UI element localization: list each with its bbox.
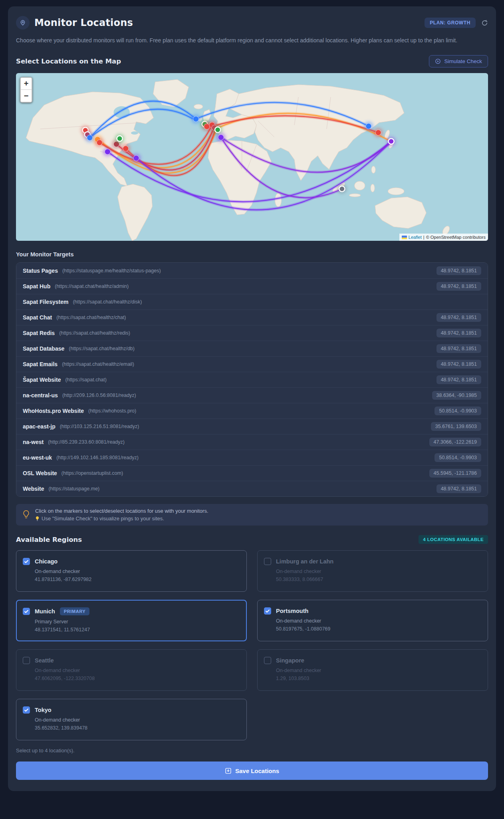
region-checkbox[interactable] <box>23 706 30 714</box>
target-coords-badge: 48.9742, 8.1851 <box>437 484 481 493</box>
target-row: Sapat Emails (https://sapat.chat/healthz… <box>16 356 488 372</box>
save-locations-button[interactable]: Save Locations <box>16 761 488 780</box>
world-map[interactable]: + − Leaflet | © OpenStreetMap contributo… <box>16 73 488 241</box>
target-url: (https://sapat.chat/healthz/disk) <box>73 299 142 305</box>
target-coords-badge: 38.6364, -90.1985 <box>432 391 481 400</box>
target-row: Sapat Hub (https://sapat.chat/healthz/ad… <box>16 278 488 294</box>
region-card[interactable]: Seattle On-demand checker 47.6062095, -1… <box>16 649 247 691</box>
map-marker[interactable] <box>193 116 199 122</box>
region-subtitle: On-demand checker <box>35 569 240 574</box>
target-name: Sapat Database <box>23 345 64 352</box>
target-name: Sapat Redis <box>23 330 55 336</box>
map-marker[interactable] <box>133 155 139 161</box>
target-url: (https://sapat.chat) <box>65 377 107 383</box>
target-name: na-central-us <box>23 392 58 399</box>
target-coords-badge: 48.9742, 8.1851 <box>437 360 481 369</box>
lightbulb-icon <box>22 510 30 520</box>
target-row: Website (https://statuspage.me) 48.9742,… <box>16 481 488 496</box>
target-url: (https://sapat.chat/healthz/redis) <box>59 330 130 336</box>
region-subtitle: Primary Server <box>35 619 240 625</box>
attribution-separator: | <box>423 235 425 240</box>
play-circle-icon <box>435 58 441 64</box>
target-name: apac-east-jp <box>23 423 56 430</box>
map-marker[interactable] <box>117 136 123 141</box>
region-checkbox[interactable] <box>23 558 30 565</box>
map-marker[interactable] <box>366 123 371 129</box>
target-url: (http://85.239.233.60:8081/readyz) <box>48 439 125 445</box>
region-coords: 47.6062095, -122.3320708 <box>35 676 240 681</box>
check-icon <box>24 609 29 614</box>
zoom-out-button[interactable]: − <box>21 90 32 102</box>
map-marker[interactable] <box>87 135 93 141</box>
region-card[interactable]: Tokyo On-demand checker 35.652832, 139.8… <box>16 699 247 740</box>
target-url: (http://209.126.0.56:8081/readyz) <box>62 393 136 398</box>
region-subtitle: On-demand checker <box>276 668 481 673</box>
target-name: Sapat Emails <box>23 361 58 367</box>
page-title: Monitor Locations <box>34 17 425 28</box>
check-icon <box>265 609 270 613</box>
region-card[interactable]: Limburg an der Lahn On-demand checker 50… <box>257 550 488 592</box>
map-marker[interactable] <box>97 140 102 145</box>
map-attribution: Leaflet | © OpenStreetMap contributors <box>399 234 488 241</box>
region-subtitle: On-demand checker <box>276 569 481 574</box>
region-subtitle: On-demand checker <box>35 717 240 723</box>
region-card[interactable]: Singapore On-demand checker 1.29, 103.85… <box>257 649 488 691</box>
target-url: (https://whohosts.pro) <box>88 408 136 414</box>
regions-grid: Chicago On-demand checker 41.8781136, -8… <box>16 550 488 740</box>
map-svg <box>16 73 488 241</box>
simulate-check-button[interactable]: Simulate Check <box>429 55 488 67</box>
map-marker[interactable] <box>215 127 220 133</box>
region-card[interactable]: Munich PRIMARY Primary Server 48.1371541… <box>16 600 247 641</box>
map-marker[interactable] <box>375 130 381 135</box>
header: Monitor Locations PLAN: GROWTH <box>16 16 488 30</box>
target-row: Sapat Filesystem (https://sapat.chat/hea… <box>16 294 488 309</box>
target-row: na-central-us (http://209.126.0.56:8081/… <box>16 387 488 403</box>
target-url: (https://sapat.chat/healthz/admin) <box>55 284 129 289</box>
target-row: eu-west-uk (http://149.102.146.185:8081/… <box>16 450 488 465</box>
region-checkbox[interactable] <box>264 657 271 664</box>
target-row: apac-east-jp (http://103.125.216.51:8081… <box>16 418 488 434</box>
zoom-in-button[interactable]: + <box>21 78 32 90</box>
refresh-icon[interactable] <box>481 20 488 26</box>
region-subtitle: On-demand checker <box>276 618 481 624</box>
save-locations-label: Save Locations <box>235 767 279 774</box>
target-coords-badge: 50.8514, -0.9903 <box>435 453 481 462</box>
monitor-locations-panel: Monitor Locations PLAN: GROWTH Choose wh… <box>8 6 496 791</box>
region-card[interactable]: Chicago On-demand checker 41.8781136, -8… <box>16 550 247 592</box>
region-checkbox[interactable] <box>23 657 30 664</box>
target-coords-badge: 48.9742, 8.1851 <box>437 329 481 337</box>
map-marker[interactable] <box>339 186 345 192</box>
tip-line2: Use "Simulate Check" to visualize pings … <box>42 516 164 522</box>
region-checkbox[interactable] <box>264 607 271 615</box>
target-url: (https://statuspage.me) <box>48 486 99 492</box>
target-name: Website <box>23 486 44 492</box>
map-marker[interactable] <box>388 139 394 144</box>
target-name: Sapat Chat <box>23 314 52 321</box>
map-marker[interactable] <box>105 149 110 155</box>
region-checkbox[interactable] <box>23 608 30 615</box>
target-name: Status Pages <box>23 268 58 274</box>
region-name: Portsmouth <box>276 608 308 614</box>
region-checkbox[interactable] <box>264 558 271 565</box>
target-coords-badge: 48.9742, 8.1851 <box>437 313 481 322</box>
target-name: Sapat Filesystem <box>23 299 68 305</box>
regions-heading: Available Regions <box>16 536 82 543</box>
region-name: Tokyo <box>35 707 52 713</box>
leaflet-link[interactable]: Leaflet <box>409 235 422 240</box>
target-url: (https://statuspage.me/healthz/status-pa… <box>62 268 161 274</box>
check-icon <box>24 708 29 712</box>
target-name: OSL Website <box>23 470 57 476</box>
target-coords-badge: 47.3066, -122.2619 <box>429 438 481 446</box>
targets-heading: Your Monitor Targets <box>16 251 488 258</box>
map-marker[interactable] <box>218 135 224 140</box>
target-url: (https://sapat.chat/healthz/chat) <box>56 315 126 320</box>
target-coords-badge: 48.9742, 8.1851 <box>437 375 481 384</box>
target-row: Šapat Website (https://sapat.chat) 48.97… <box>16 372 488 387</box>
region-name: Limburg an der Lahn <box>276 558 333 565</box>
target-coords-badge: 50.8514, -0.9903 <box>435 407 481 415</box>
tip-box: Click on the markers to select/deselect … <box>16 504 488 526</box>
target-coords-badge: 35.6761, 139.6503 <box>431 422 481 431</box>
map-marker[interactable] <box>123 146 129 151</box>
region-card[interactable]: Portsmouth On-demand checker 50.8197675,… <box>257 600 488 641</box>
region-name: Seattle <box>35 657 54 664</box>
